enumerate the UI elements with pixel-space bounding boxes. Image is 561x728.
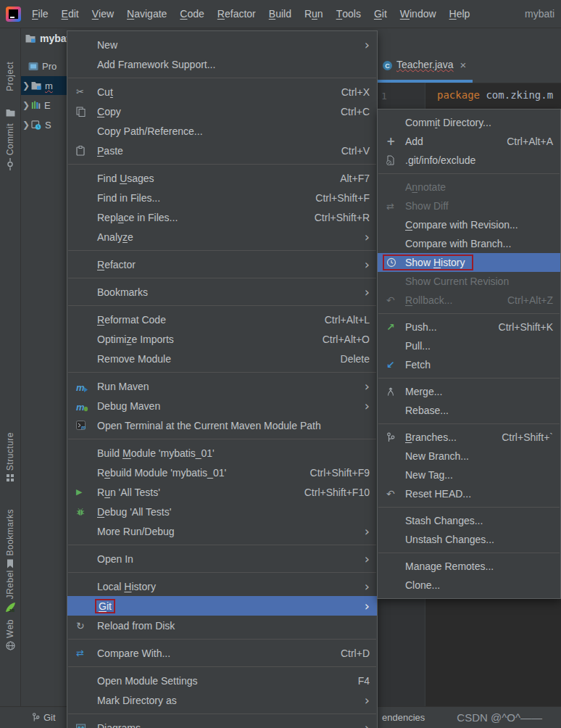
menu-item-run-all-tests[interactable]: ▶Run 'All Tests'Ctrl+Shift+F10	[67, 482, 377, 502]
menubar-item-edit[interactable]: Edit	[55, 0, 86, 28]
status-git-widget[interactable]: Git	[32, 707, 56, 727]
menu-item-local-history[interactable]: Local History›	[67, 576, 377, 596]
menu-item-compare-with-revision[interactable]: Compare with Revision...	[378, 215, 560, 234]
menu-item-debug-all-tests[interactable]: Debug 'All Tests'	[67, 502, 377, 521]
menu-item-new-branch[interactable]: New Branch...	[378, 447, 560, 466]
menu-item-show-diff[interactable]: ⇄Show Diff	[378, 197, 560, 215]
menu-item-mark-directory-as[interactable]: Mark Directory as›	[67, 690, 377, 710]
menu-item-reset-head[interactable]: ↶Reset HEAD...	[378, 484, 560, 503]
menu-item-cut[interactable]: ✂CutCtrl+X	[67, 82, 377, 102]
menu-item-reformat-code[interactable]: Reformat CodeCtrl+Alt+L	[67, 310, 377, 329]
menu-item-rebase[interactable]: Rebase...	[378, 401, 560, 420]
menu-item-merge[interactable]: Merge...	[378, 382, 560, 401]
shortcut-label: Alt+F7	[330, 173, 370, 184]
menubar-item-window[interactable]: Window	[394, 0, 443, 28]
menu-item-find-usages[interactable]: Find UsagesAlt+F7	[67, 168, 377, 188]
left-tool-stripe: ProjectCommitStructureBookmarksJRebelJRW…	[0, 28, 21, 707]
menu-item-clone[interactable]: Clone...	[378, 576, 560, 595]
menu-item-open-module-settings[interactable]: Open Module SettingsF4	[67, 671, 377, 690]
tree-module-mybatis[interactable]: ❯m	[21, 76, 67, 95]
menubar-item-refactor[interactable]: Refactor	[211, 0, 262, 28]
menu-item-compare-with[interactable]: ⇄Compare With...Ctrl+D	[67, 643, 377, 663]
menu-separator	[68, 572, 376, 573]
menu-item-new-tag[interactable]: New Tag...	[378, 466, 560, 484]
menu-item-unstash-changes[interactable]: Unstash Changes...	[378, 530, 560, 549]
chevron-right-icon[interactable]: ❯	[21, 80, 31, 91]
menu-item-label: Show Diff	[405, 200, 449, 212]
stripe-tool-bookmarks[interactable]: Bookmarks	[0, 509, 20, 568]
tree-external-libraries[interactable]: ❯E	[21, 96, 67, 115]
project-view-selector[interactable]: Pro	[21, 57, 67, 75]
menu-item-debug-maven[interactable]: mDebug Maven›	[67, 396, 377, 415]
menu-item-rebuild-module-mybatis-01[interactable]: Rebuild Module 'mybatis_01'Ctrl+Shift+F9	[67, 463, 377, 482]
menubar-item-navigate[interactable]: Navigate	[120, 0, 173, 28]
menu-item-add-framework-support[interactable]: Add Framework Support...	[67, 54, 377, 74]
stripe-tool-project[interactable]: Project	[0, 62, 20, 91]
menu-item-pull[interactable]: Pull...	[378, 336, 560, 355]
status-partial-text: endencies	[382, 707, 425, 727]
menu-item-git-info-exclude[interactable]: .git/info/exclude	[378, 151, 560, 170]
menu-item-label: Add	[405, 136, 423, 147]
svg-text:JR: JR	[9, 608, 15, 613]
menubar-item-git[interactable]: Git	[367, 0, 394, 28]
menu-item-commit-directory[interactable]: Commit Directory...	[378, 113, 560, 132]
stripe-tool-structure[interactable]: Structure	[0, 432, 20, 482]
menu-item-show-current-revision[interactable]: Show Current Revision	[378, 272, 560, 291]
menubar-item-code[interactable]: Code	[173, 0, 210, 28]
menu-item-branches[interactable]: Branches...Ctrl+Shift+`	[378, 428, 560, 447]
menu-item-new[interactable]: New›	[67, 35, 377, 54]
menu-item-find-in-files[interactable]: Find in Files...Ctrl+Shift+F	[67, 188, 377, 207]
menu-item-diagrams[interactable]: Diagrams›	[67, 718, 377, 728]
menu-separator	[68, 545, 376, 545]
tree-scratches[interactable]: ❯S	[21, 115, 67, 134]
compare-icon: ⇄	[76, 648, 97, 658]
stripe-tool-web[interactable]: Web	[0, 619, 20, 650]
stripe-label: JRebel	[5, 570, 15, 599]
menu-item-stash-changes[interactable]: Stash Changes...	[378, 511, 560, 530]
menu-item-replace-in-files[interactable]: Replace in Files...Ctrl+Shift+R	[67, 207, 377, 227]
ignored-file-icon	[386, 155, 405, 165]
shortcut-label: Ctrl+Alt+A	[496, 136, 553, 147]
menu-item-remove-module[interactable]: Remove ModuleDelete	[67, 349, 377, 368]
stripe-tool-jrebel[interactable]: JRebelJR	[0, 570, 20, 613]
menu-separator	[68, 305, 376, 306]
menu-item-paste[interactable]: PasteCtrl+V	[67, 141, 377, 160]
menu-item-compare-with-branch[interactable]: Compare with Branch...	[378, 234, 560, 253]
menu-item-fetch[interactable]: ↙Fetch	[378, 355, 560, 374]
menubar-item-tools[interactable]: Tools	[330, 0, 367, 28]
tab-title: Teacher.java	[396, 59, 454, 70]
tab-teacher-java[interactable]: C Teacher.java ×	[377, 49, 473, 83]
menu-item-build-module-mybatis-01[interactable]: Build Module 'mybatis_01'	[67, 443, 377, 463]
menu-item-optimize-imports[interactable]: Optimize ImportsCtrl+Alt+O	[67, 329, 377, 349]
menu-item-add[interactable]: +AddCtrl+Alt+A	[378, 132, 560, 151]
menubar-item-help[interactable]: Help	[443, 0, 477, 28]
menu-item-open-in[interactable]: Open In›	[67, 549, 377, 568]
menubar-item-view[interactable]: View	[86, 0, 120, 28]
menu-item-label: Local History	[97, 581, 156, 592]
menu-item-rollback[interactable]: ↶Rollback...Ctrl+Alt+Z	[378, 291, 560, 310]
menu-item-copy-path-reference[interactable]: Copy Path/Reference...	[67, 121, 377, 141]
chevron-right-icon[interactable]: ❯	[21, 100, 31, 110]
menu-item-copy[interactable]: CopyCtrl+C	[67, 102, 377, 121]
menu-item-manage-remotes[interactable]: Manage Remotes...	[378, 557, 560, 576]
menu-item-reload-from-disk[interactable]: ↻Reload from Disk	[67, 616, 377, 635]
menu-item-push[interactable]: ↗Push...Ctrl+Shift+K	[378, 318, 560, 336]
menu-item-bookmarks[interactable]: Bookmarks›	[67, 282, 377, 302]
menu-item-more-run-debug[interactable]: More Run/Debug›	[67, 521, 377, 541]
menu-item-git[interactable]: Git›	[67, 596, 377, 616]
menu-item-analyze[interactable]: Analyze›	[67, 227, 377, 247]
menu-item-run-maven[interactable]: mRun Maven›	[67, 376, 377, 396]
stripe-tool-commit[interactable]: Commit	[0, 123, 20, 170]
shortcut-label: Ctrl+X	[331, 86, 370, 98]
chevron-right-icon[interactable]: ❯	[21, 120, 31, 130]
editor-tab-strip: C Teacher.java ×	[376, 48, 561, 83]
menu-item-show-history[interactable]: Show History	[378, 253, 560, 272]
menubar-item-run[interactable]: Run	[298, 0, 330, 28]
menubar-item-build[interactable]: Build	[262, 0, 298, 28]
menubar-item-file[interactable]: File	[25, 0, 55, 28]
menu-item-refactor[interactable]: Refactor›	[67, 255, 377, 274]
menu-item-annotate[interactable]: Annotate	[378, 178, 560, 197]
close-tab-icon[interactable]: ×	[460, 59, 467, 71]
menu-item-open-terminal-at-the-current-maven-module-path[interactable]: mOpen Terminal at the Current Maven Modu…	[67, 415, 377, 435]
stripe-project-folder[interactable]	[0, 106, 20, 117]
